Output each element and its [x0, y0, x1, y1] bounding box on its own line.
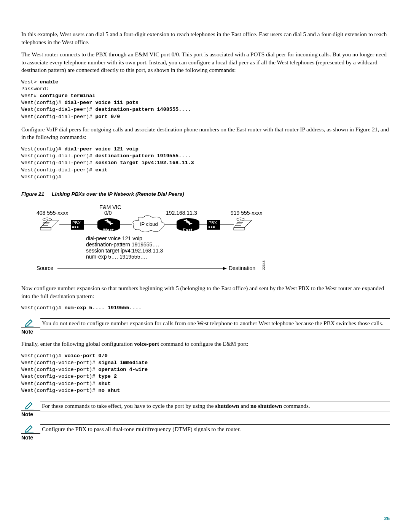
page-container: In this example, West users can dial 5 a… — [0, 0, 411, 532]
fig-label-port: 0/0 — [104, 210, 112, 216]
svg-text:East: East — [183, 228, 192, 233]
fig-id-label: 22343 — [262, 260, 266, 270]
svg-rect-11 — [75, 227, 76, 228]
figure-title: Linking PBXs over the IP Network (Remote… — [52, 191, 184, 197]
svg-rect-28 — [209, 226, 210, 227]
router-east-icon: East — [177, 218, 199, 233]
figure-number: Figure 21 — [21, 191, 44, 197]
svg-marker-40 — [223, 267, 227, 270]
fig-label-source: Source — [37, 265, 54, 271]
note-2: Note For these commands to take effect, … — [21, 401, 390, 417]
note-label: Note — [21, 410, 40, 417]
fig-cfg-line4: num-exp 5…. 1919555…. — [86, 254, 147, 260]
svg-rect-0 — [40, 228, 51, 230]
fig-label-destination: Destination — [229, 265, 255, 271]
pencil-icon — [24, 424, 34, 433]
code-block-1: West> enable Password: West# configure t… — [21, 79, 390, 120]
figure-caption: Figure 21Linking PBXs over the IP Networ… — [21, 191, 390, 197]
router-west-icon: West — [97, 218, 120, 233]
note-3: Note Configure the PBX to pass all dual-… — [21, 424, 390, 441]
svg-text:IP cloud: IP cloud — [140, 221, 158, 227]
fig-cfg-line3: session target ipv4:192.168.11.3 — [86, 248, 163, 254]
svg-rect-35 — [234, 228, 244, 230]
phone-right-icon — [234, 218, 252, 230]
paragraph-4: Now configure number expansion so that n… — [21, 284, 390, 300]
svg-rect-7 — [72, 226, 74, 227]
pbx-right-icon: PBX — [207, 220, 220, 230]
note-body: Configure the PBX to pass all dual-tone … — [40, 424, 390, 435]
svg-rect-32 — [211, 227, 212, 228]
note-1: Note You do not need to configure number… — [21, 318, 390, 335]
svg-rect-31 — [209, 227, 210, 228]
svg-rect-10 — [72, 227, 74, 228]
svg-rect-12 — [77, 227, 78, 228]
fig-label-em-vic: E&M VIC — [99, 204, 121, 210]
ip-cloud-icon: IP cloud — [133, 216, 164, 232]
code-block-3: West(config)# num-exp 5.... 1919555.... — [21, 305, 390, 312]
svg-rect-29 — [211, 226, 212, 227]
phone-left-icon — [40, 218, 59, 230]
note-label: Note — [21, 433, 40, 441]
note-body: You do not need to configure number expa… — [40, 318, 390, 329]
note-label: Note — [21, 328, 40, 335]
intro-paragraph-1: In this example, West users can dial 5 a… — [21, 30, 390, 46]
code-block-2: West(config)# dial-peer voice 121 voip W… — [21, 146, 390, 181]
svg-rect-8 — [75, 226, 76, 227]
paragraph-5: Finally, enter the following global conf… — [21, 340, 390, 348]
svg-rect-30 — [213, 226, 215, 227]
pencil-icon — [24, 318, 34, 327]
svg-text:PBX: PBX — [209, 220, 217, 225]
paragraph-3: Configure VoIP dial peers for outgoing c… — [21, 126, 390, 141]
fig-cfg-line2: destination-pattern 1919555…. — [86, 241, 159, 248]
fig-label-ip-east: 192.168.11.3 — [166, 210, 197, 216]
fig-label-phone-left: 408 555-xxxx — [37, 210, 68, 216]
figure-21-diagram: 408 555-xxxx E&M VIC 0/0 192.168.11.3 91… — [21, 201, 390, 278]
svg-rect-9 — [77, 226, 78, 227]
svg-text:PBX: PBX — [72, 220, 81, 225]
svg-text:West: West — [103, 228, 113, 233]
fig-label-phone-right: 919 555-xxxx — [231, 210, 262, 216]
pencil-icon — [24, 401, 34, 409]
pbx-left-icon: PBX — [71, 220, 84, 230]
intro-paragraph-2: The West router connects to the PBX thro… — [21, 51, 390, 74]
note-body: For these commands to take effect, you h… — [40, 401, 390, 412]
svg-rect-33 — [213, 227, 215, 228]
fig-cfg-line1: dial-peer voice 121 voip — [86, 235, 142, 241]
code-block-4: West(config)# voice-port 0/0 West(config… — [21, 353, 390, 394]
page-number: 25 — [384, 516, 390, 521]
